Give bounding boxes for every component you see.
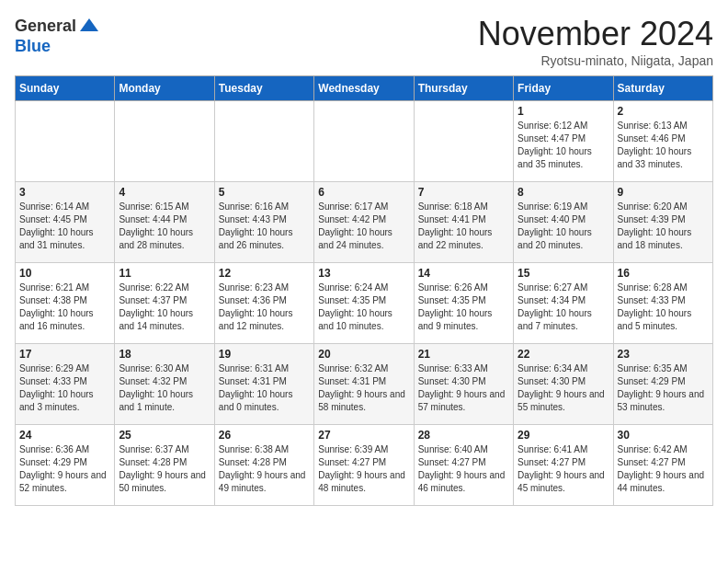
logo-general-text: General [15, 17, 76, 36]
calendar-cell [214, 101, 313, 182]
day-number: 20 [318, 348, 409, 361]
calendar-cell: 21Sunrise: 6:33 AM Sunset: 4:30 PM Dayli… [414, 344, 513, 425]
calendar-cell: 12Sunrise: 6:23 AM Sunset: 4:36 PM Dayli… [214, 263, 313, 344]
location-text: Ryotsu-minato, Niigata, Japan [478, 53, 713, 68]
day-info: Sunrise: 6:23 AM Sunset: 4:36 PM Dayligh… [219, 282, 310, 333]
day-number: 14 [418, 267, 509, 280]
day-number: 9 [618, 186, 709, 199]
calendar-cell: 13Sunrise: 6:24 AM Sunset: 4:35 PM Dayli… [314, 263, 414, 344]
calendar-cell: 20Sunrise: 6:32 AM Sunset: 4:31 PM Dayli… [314, 344, 414, 425]
day-number: 10 [19, 267, 110, 280]
calendar-cell: 6Sunrise: 6:17 AM Sunset: 4:42 PM Daylig… [314, 182, 414, 263]
calendar-cell: 7Sunrise: 6:18 AM Sunset: 4:41 PM Daylig… [414, 182, 513, 263]
day-number: 11 [119, 267, 210, 280]
page-header: General Blue November 2024 Ryotsu-minato… [15, 15, 713, 68]
day-info: Sunrise: 6:21 AM Sunset: 4:38 PM Dayligh… [19, 282, 110, 333]
calendar-cell: 28Sunrise: 6:40 AM Sunset: 4:27 PM Dayli… [414, 425, 513, 506]
calendar-cell: 25Sunrise: 6:37 AM Sunset: 4:28 PM Dayli… [115, 425, 214, 506]
day-number: 8 [518, 186, 609, 199]
day-info: Sunrise: 6:34 AM Sunset: 4:30 PM Dayligh… [518, 362, 609, 414]
day-number: 13 [318, 267, 409, 280]
calendar-cell: 9Sunrise: 6:20 AM Sunset: 4:39 PM Daylig… [613, 182, 712, 263]
calendar-week-row: 24Sunrise: 6:36 AM Sunset: 4:29 PM Dayli… [16, 425, 713, 506]
calendar-cell: 27Sunrise: 6:39 AM Sunset: 4:27 PM Dayli… [314, 425, 414, 506]
day-info: Sunrise: 6:33 AM Sunset: 4:30 PM Dayligh… [418, 362, 509, 414]
day-info: Sunrise: 6:26 AM Sunset: 4:35 PM Dayligh… [418, 282, 509, 333]
day-number: 17 [19, 348, 110, 361]
title-section: November 2024 Ryotsu-minato, Niigata, Ja… [478, 15, 713, 68]
calendar-cell: 18Sunrise: 6:30 AM Sunset: 4:32 PM Dayli… [115, 344, 214, 425]
day-info: Sunrise: 6:41 AM Sunset: 4:27 PM Dayligh… [518, 443, 609, 495]
calendar-cell: 26Sunrise: 6:38 AM Sunset: 4:28 PM Dayli… [214, 425, 313, 506]
logo: General Blue [15, 15, 100, 56]
day-info: Sunrise: 6:22 AM Sunset: 4:37 PM Dayligh… [119, 282, 210, 333]
day-info: Sunrise: 6:35 AM Sunset: 4:29 PM Dayligh… [618, 362, 709, 414]
calendar-cell: 29Sunrise: 6:41 AM Sunset: 4:27 PM Dayli… [514, 425, 613, 506]
calendar-cell: 16Sunrise: 6:28 AM Sunset: 4:33 PM Dayli… [613, 263, 712, 344]
day-number: 18 [119, 348, 210, 361]
logo-icon [78, 15, 100, 37]
calendar-week-row: 10Sunrise: 6:21 AM Sunset: 4:38 PM Dayli… [16, 263, 713, 344]
calendar-cell: 2Sunrise: 6:13 AM Sunset: 4:46 PM Daylig… [613, 101, 712, 182]
calendar-cell [115, 101, 214, 182]
calendar-cell: 5Sunrise: 6:16 AM Sunset: 4:43 PM Daylig… [214, 182, 313, 263]
day-info: Sunrise: 6:17 AM Sunset: 4:42 PM Dayligh… [318, 201, 409, 252]
calendar-cell: 15Sunrise: 6:27 AM Sunset: 4:34 PM Dayli… [514, 263, 613, 344]
day-number: 2 [618, 105, 709, 118]
day-info: Sunrise: 6:39 AM Sunset: 4:27 PM Dayligh… [318, 443, 409, 495]
calendar-header-saturday: Saturday [613, 76, 712, 101]
svg-marker-0 [80, 18, 98, 31]
day-number: 23 [618, 348, 709, 361]
calendar-header-monday: Monday [115, 76, 214, 101]
day-info: Sunrise: 6:32 AM Sunset: 4:31 PM Dayligh… [318, 362, 409, 414]
calendar-cell [314, 101, 414, 182]
day-info: Sunrise: 6:27 AM Sunset: 4:34 PM Dayligh… [518, 282, 609, 333]
day-number: 29 [518, 429, 609, 442]
day-info: Sunrise: 6:16 AM Sunset: 4:43 PM Dayligh… [219, 201, 310, 252]
day-info: Sunrise: 6:37 AM Sunset: 4:28 PM Dayligh… [119, 443, 210, 495]
calendar-cell: 17Sunrise: 6:29 AM Sunset: 4:33 PM Dayli… [16, 344, 115, 425]
calendar-header-sunday: Sunday [16, 76, 115, 101]
day-info: Sunrise: 6:42 AM Sunset: 4:27 PM Dayligh… [618, 443, 709, 495]
calendar-cell: 19Sunrise: 6:31 AM Sunset: 4:31 PM Dayli… [214, 344, 313, 425]
calendar-table: SundayMondayTuesdayWednesdayThursdayFrid… [15, 75, 713, 506]
calendar-header-thursday: Thursday [414, 76, 513, 101]
day-info: Sunrise: 6:14 AM Sunset: 4:45 PM Dayligh… [19, 201, 110, 252]
calendar-cell [16, 101, 115, 182]
calendar-week-row: 1Sunrise: 6:12 AM Sunset: 4:47 PM Daylig… [16, 101, 713, 182]
calendar-week-row: 17Sunrise: 6:29 AM Sunset: 4:33 PM Dayli… [16, 344, 713, 425]
day-number: 7 [418, 186, 509, 199]
calendar-cell: 8Sunrise: 6:19 AM Sunset: 4:40 PM Daylig… [514, 182, 613, 263]
calendar-cell: 24Sunrise: 6:36 AM Sunset: 4:29 PM Dayli… [16, 425, 115, 506]
calendar-cell [414, 101, 513, 182]
day-number: 27 [318, 429, 409, 442]
month-title: November 2024 [478, 15, 713, 53]
calendar-cell: 1Sunrise: 6:12 AM Sunset: 4:47 PM Daylig… [514, 101, 613, 182]
day-info: Sunrise: 6:29 AM Sunset: 4:33 PM Dayligh… [19, 362, 110, 414]
calendar-cell: 30Sunrise: 6:42 AM Sunset: 4:27 PM Dayli… [613, 425, 712, 506]
calendar-cell: 22Sunrise: 6:34 AM Sunset: 4:30 PM Dayli… [514, 344, 613, 425]
day-number: 6 [318, 186, 409, 199]
day-number: 12 [219, 267, 310, 280]
calendar-week-row: 3Sunrise: 6:14 AM Sunset: 4:45 PM Daylig… [16, 182, 713, 263]
calendar-cell: 23Sunrise: 6:35 AM Sunset: 4:29 PM Dayli… [613, 344, 712, 425]
day-info: Sunrise: 6:15 AM Sunset: 4:44 PM Dayligh… [119, 201, 210, 252]
calendar-header-tuesday: Tuesday [214, 76, 313, 101]
day-info: Sunrise: 6:36 AM Sunset: 4:29 PM Dayligh… [19, 443, 110, 495]
calendar-cell: 11Sunrise: 6:22 AM Sunset: 4:37 PM Dayli… [115, 263, 214, 344]
day-info: Sunrise: 6:18 AM Sunset: 4:41 PM Dayligh… [418, 201, 509, 252]
day-number: 28 [418, 429, 509, 442]
day-number: 5 [219, 186, 310, 199]
day-number: 3 [19, 186, 110, 199]
day-info: Sunrise: 6:38 AM Sunset: 4:28 PM Dayligh… [219, 443, 310, 495]
calendar-header-row: SundayMondayTuesdayWednesdayThursdayFrid… [16, 76, 713, 101]
calendar-cell: 14Sunrise: 6:26 AM Sunset: 4:35 PM Dayli… [414, 263, 513, 344]
day-info: Sunrise: 6:12 AM Sunset: 4:47 PM Dayligh… [518, 120, 609, 171]
day-number: 16 [618, 267, 709, 280]
day-number: 22 [518, 348, 609, 361]
day-number: 19 [219, 348, 310, 361]
day-number: 4 [119, 186, 210, 199]
day-number: 21 [418, 348, 509, 361]
day-number: 26 [219, 429, 310, 442]
logo-blue-text: Blue [15, 37, 51, 56]
